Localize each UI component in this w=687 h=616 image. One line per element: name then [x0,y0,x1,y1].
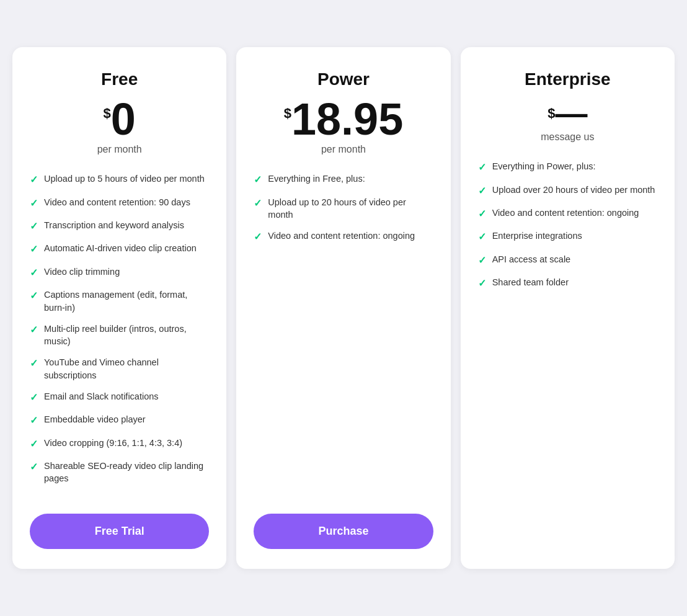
list-item: ✓Automatic AI-driven video clip creation [30,242,209,256]
check-icon: ✓ [30,357,38,370]
feature-text: Email and Slack notifications [44,390,159,403]
plan-name-power: Power [254,69,433,89]
list-item: ✓Enterprise integrations [478,230,657,244]
feature-text: Video and content retention: 90 days [44,196,190,208]
plan-card-power: Power$18.95per month✓Everything in Free,… [236,47,450,569]
feature-text: API access at scale [492,253,571,266]
check-icon: ✓ [478,207,486,221]
feature-text: Transcription and keyword analysis [44,219,184,231]
plan-card-enterprise: Enterprise$—message us✓Everything in Pow… [461,47,675,569]
plan-button-free[interactable]: Free Trial [30,514,209,549]
list-item: ✓YouTube and Vimeo channel subscriptions [30,356,209,382]
list-item: ✓Shared team folder [478,276,657,290]
check-icon: ✓ [30,437,38,451]
feature-text: Shared team folder [492,276,569,288]
plan-card-free: Free$0per month✓Upload up to 5 hours of … [12,47,226,569]
plan-period-free: per month [30,144,209,155]
list-item: ✓Video cropping (9:16, 1:1, 4:3, 3:4) [30,437,209,451]
plan-features-free: ✓Upload up to 5 hours of video per month… [30,172,209,494]
list-item: ✓Transcription and keyword analysis [30,219,209,233]
list-item: ✓Multi-clip reel builder (intros, outros… [30,323,209,348]
list-item: ✓Video and content retention: ongoing [478,207,657,221]
check-icon: ✓ [254,197,262,210]
check-icon: ✓ [478,277,486,290]
feature-text: Everything in Power, plus: [492,160,596,172]
check-icon: ✓ [30,173,38,187]
plan-features-enterprise: ✓Everything in Power, plus:✓Upload over … [478,160,657,529]
list-item: ✓Video clip trimming [30,266,209,280]
feature-text: Everything in Free, plus: [268,172,365,185]
plan-currency-enterprise: $ [547,105,555,122]
feature-text: Video and content retention: ongoing [492,207,639,219]
plan-currency-power: $ [284,105,291,122]
check-icon: ✓ [478,184,486,198]
list-item: ✓Upload up to 5 hours of video per month [30,172,209,187]
plan-features-power: ✓Everything in Free, plus:✓Upload up to … [254,172,433,494]
feature-text: Upload over 20 hours of video per month [492,184,655,196]
plan-period-enterprise: message us [478,132,657,143]
plan-amount-enterprise: — [555,95,587,131]
list-item: ✓Video and content retention: 90 days [30,196,209,210]
feature-text: Upload up to 20 hours of video per month [268,196,433,221]
check-icon: ✓ [30,414,38,427]
list-item: ✓Shareable SEO-ready video clip landing … [30,460,209,485]
list-item: ✓Email and Slack notifications [30,390,209,404]
list-item: ✓Embeddable video player [30,413,209,427]
check-icon: ✓ [478,161,486,174]
plan-amount-power: 18.95 [291,94,403,144]
plan-amount-free: 0 [111,94,136,144]
list-item: ✓Upload over 20 hours of video per month [478,184,657,198]
plan-currency-free: $ [104,105,111,122]
check-icon: ✓ [478,254,486,267]
pricing-container: Free$0per month✓Upload up to 5 hours of … [12,47,675,569]
check-icon: ✓ [30,197,38,210]
plan-price-enterprise: $— [478,97,657,129]
check-icon: ✓ [30,289,38,303]
list-item: ✓API access at scale [478,253,657,267]
check-icon: ✓ [254,230,262,244]
check-icon: ✓ [30,460,38,474]
plan-button-power[interactable]: Purchase [254,514,433,549]
list-item: ✓Captions management (edit, format, burn… [30,288,209,314]
plan-price-free: $0 [30,97,209,141]
check-icon: ✓ [30,323,38,337]
plan-name-enterprise: Enterprise [478,69,657,89]
check-icon: ✓ [478,230,486,244]
check-icon: ✓ [30,220,38,233]
feature-text: Multi-clip reel builder (intros, outros,… [44,323,209,348]
list-item: ✓Upload up to 20 hours of video per mont… [254,196,433,221]
list-item: ✓Everything in Power, plus: [478,160,657,174]
feature-text: Enterprise integrations [492,230,582,242]
feature-text: Upload up to 5 hours of video per month [44,172,205,185]
feature-text: Video cropping (9:16, 1:1, 4:3, 3:4) [44,437,182,449]
feature-text: Automatic AI-driven video clip creation [44,242,197,254]
plan-name-free: Free [30,69,209,89]
feature-text: Shareable SEO-ready video clip landing p… [44,460,209,485]
feature-text: YouTube and Vimeo channel subscriptions [44,356,209,382]
plan-period-power: per month [254,144,433,155]
check-icon: ✓ [30,243,38,256]
list-item: ✓Everything in Free, plus: [254,172,433,187]
check-icon: ✓ [30,391,38,404]
feature-text: Captions management (edit, format, burn-… [44,288,209,314]
feature-text: Video and content retention: ongoing [268,230,415,242]
feature-text: Embeddable video player [44,413,146,426]
list-item: ✓Video and content retention: ongoing [254,230,433,244]
plan-price-power: $18.95 [254,97,433,141]
check-icon: ✓ [254,173,262,187]
check-icon: ✓ [30,266,38,280]
feature-text: Video clip trimming [44,266,120,278]
